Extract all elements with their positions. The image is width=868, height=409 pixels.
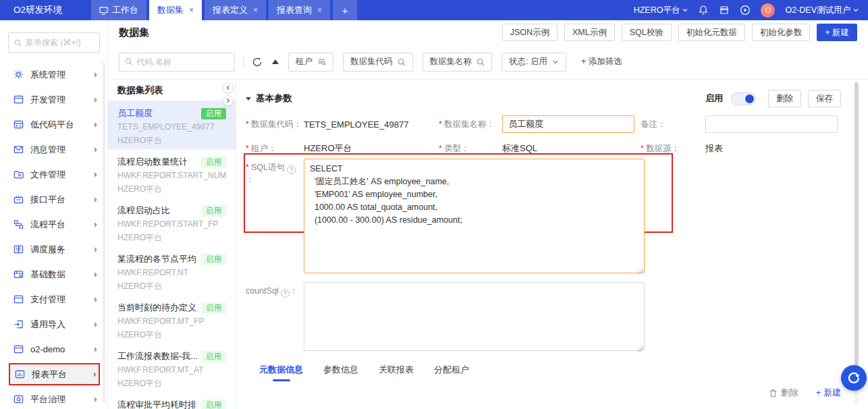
sql-validate-button[interactable]: SQL校验 <box>622 24 672 41</box>
countsql-label: countSql?： <box>246 282 304 353</box>
json-example-button[interactable]: JSON示例 <box>502 24 558 41</box>
list-item[interactable]: 当前时刻的待办定义...启用 HWKF.REPORT.MT_FP HZERO平台 <box>108 295 236 344</box>
sidebar-item-base-data[interactable]: 基础数据 <box>0 262 107 287</box>
dataset-name-label: *数据集名称： <box>439 119 502 130</box>
filter-chip-tenant[interactable]: 租户 <box>288 53 333 72</box>
countsql-textarea[interactable] <box>304 282 645 351</box>
caret-right-icon <box>94 297 97 302</box>
data-card-icon <box>13 269 24 279</box>
list-icon <box>13 244 24 254</box>
dataset-tenant: HZERO平台 <box>117 378 226 389</box>
tab-report-definition[interactable]: 报表定义 × <box>205 0 266 20</box>
tab-workbench[interactable]: 工作台 <box>91 0 146 20</box>
ports-icon <box>13 194 24 204</box>
tenant-switcher[interactable]: HZERO平台 <box>634 5 688 16</box>
close-icon[interactable]: × <box>317 5 322 15</box>
enable-toggle-label: 启用 <box>705 92 723 105</box>
sidebar-item-platform-governance[interactable]: 平台治理 <box>0 387 107 409</box>
main-area: 数据集 JSON示例 XML示例 SQL校验 初始化元数据 初始化参数 + 新建… <box>108 20 868 409</box>
resize-handle[interactable] <box>637 268 643 274</box>
help-icon[interactable]: ? <box>281 289 290 298</box>
save-button[interactable]: 保存 <box>808 90 841 107</box>
play-circle-icon[interactable] <box>740 5 751 16</box>
sidebar: 系统管理 开发管理 低代码平台 消息管理 文件管理 <box>0 20 108 409</box>
collapse-filters-icon[interactable] <box>272 59 279 64</box>
dataset-tenant: HZERO平台 <box>117 281 226 292</box>
avatar[interactable]: O <box>761 3 775 18</box>
sidebar-item-scheduler[interactable]: 调度服务 <box>0 237 107 262</box>
menu-search-input[interactable] <box>26 38 94 47</box>
tenant-value: HZERO平台 <box>304 142 439 155</box>
sidebar-item-report-platform[interactable]: 报表平台 <box>9 363 100 385</box>
caret-right-icon <box>94 222 97 227</box>
sidebar-item-message-mgmt[interactable]: 消息管理 <box>0 137 107 162</box>
list-item[interactable]: 流程启动占比启用 HWKF.REPORT.START_FP HZERO平台 <box>108 198 236 246</box>
sidebar-item-o2-demo[interactable]: o2-demo <box>0 337 107 362</box>
tab-metadata-info[interactable]: 元数据信息 <box>259 364 303 381</box>
remark-input[interactable] <box>705 115 838 133</box>
tab-parameter-info[interactable]: 参数信息 <box>323 364 358 381</box>
tab-dataset[interactable]: 数据集 × <box>149 0 202 20</box>
user-menu[interactable]: O2-DEV测试用户 <box>785 5 859 16</box>
resize-handle[interactable] <box>637 346 643 352</box>
sidebar-item-lowcode[interactable]: 低代码平台 <box>0 112 107 137</box>
sidebar-item-system-mgmt[interactable]: 系统管理 <box>0 62 107 87</box>
datasource-label: *数据源： <box>641 143 705 155</box>
sidebar-scrollbar[interactable] <box>103 62 105 403</box>
chevron-right-icon <box>225 98 231 103</box>
tab-label: 数据集 <box>157 4 184 16</box>
enable-toggle[interactable] <box>731 92 756 105</box>
init-params-button[interactable]: 初始化参数 <box>752 24 811 41</box>
close-icon[interactable]: × <box>189 5 194 15</box>
xml-example-button[interactable]: XML示例 <box>564 24 615 41</box>
close-icon[interactable]: × <box>253 5 258 15</box>
add-filter-button[interactable]: + 添加筛选 <box>581 56 622 67</box>
filter-chip-dataset-code[interactable]: 数据集代码 <box>343 53 413 72</box>
footer-delete-button[interactable]: 删除 <box>769 387 798 399</box>
collapse-left-button[interactable] <box>223 82 234 93</box>
helper-logo-icon <box>846 371 861 385</box>
init-metadata-button[interactable]: 初始化元数据 <box>678 24 745 41</box>
sidebar-item-general-import[interactable]: 通用导入 <box>0 312 107 337</box>
table-search-input[interactable] <box>137 57 229 67</box>
list-item[interactable]: 工作流报表数据-我...启用 HWKF.REPORT.MT_AT HZERO平台 <box>108 344 236 392</box>
sidebar-item-label: o2-demo <box>30 344 94 354</box>
datasource-value: 报表 <box>705 142 840 155</box>
sidebar-item-label: 接口平台 <box>30 194 94 206</box>
sidebar-item-payment-mgmt[interactable]: 支付管理 <box>0 287 107 312</box>
tab-assign-tenants[interactable]: 分配租户 <box>434 364 469 381</box>
list-item[interactable]: 员工额度启用 TETS_EMPLOYEE_49877 HZERO平台 <box>108 101 236 149</box>
filter-chip-dataset-name[interactable]: 数据集名称 <box>423 53 493 72</box>
section-collapse-icon[interactable] <box>246 97 251 101</box>
sidebar-item-label: 报表平台 <box>32 369 94 381</box>
tab-report-query[interactable]: 报表查询 × <box>269 0 330 20</box>
bell-icon[interactable] <box>698 5 709 16</box>
sql-textarea[interactable]: SELECT '固定员工姓名' AS employee_name, 'EMP00… <box>304 159 645 273</box>
table-search-box[interactable] <box>119 53 235 72</box>
filter-chip-status[interactable]: 状态: 启用 <box>501 53 566 72</box>
list-item[interactable]: 流程启动数量统计启用 HWKF.REPORT.START_NUM HZERO平台 <box>108 149 236 198</box>
store-icon[interactable] <box>719 5 730 16</box>
sidebar-item-dev-mgmt[interactable]: 开发管理 <box>0 87 107 112</box>
sidebar-nav: 系统管理 开发管理 低代码平台 消息管理 文件管理 <box>0 62 107 409</box>
chevron-down-icon <box>682 7 688 13</box>
menu-search-box[interactable] <box>8 32 100 53</box>
help-icon[interactable]: ? <box>287 165 296 174</box>
new-tab-button[interactable]: + <box>333 0 357 20</box>
refresh-button[interactable] <box>252 57 263 67</box>
sidebar-item-file-mgmt[interactable]: 文件管理 <box>0 162 107 187</box>
sidebar-item-workflow-platform[interactable]: 流程平台 <box>0 212 107 237</box>
new-button[interactable]: + 新建 <box>817 24 857 41</box>
tab-related-reports[interactable]: 关联报表 <box>379 364 414 381</box>
helper-floating-button[interactable] <box>841 365 867 391</box>
collapse-right-button[interactable] <box>223 95 234 106</box>
dataset-name-input[interactable] <box>502 115 634 133</box>
envelope-icon <box>13 144 24 155</box>
dataset-list-title: 数据集列表 <box>108 80 236 101</box>
list-item[interactable]: 流程审批平均耗时排...启用 HWKF.REPORT.IT_RANK <box>108 392 236 409</box>
list-item[interactable]: 某流程的各节点平均...启用 HWKF.REPORT.NT HZERO平台 <box>108 246 236 295</box>
footer-new-button[interactable]: + 新建 <box>816 387 841 399</box>
sidebar-item-interface-platform[interactable]: 接口平台 <box>0 187 107 212</box>
main-scrollbar-thumb[interactable] <box>855 82 859 369</box>
delete-button[interactable]: 删除 <box>768 90 801 107</box>
